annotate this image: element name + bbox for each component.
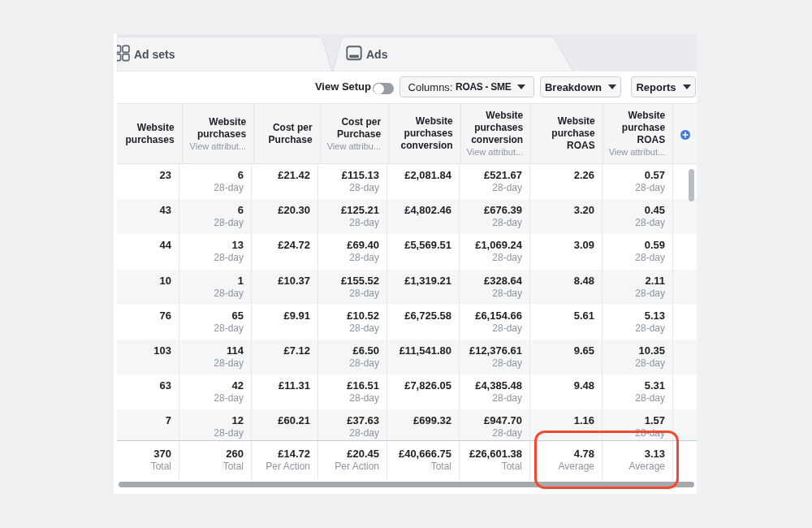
svg-text:Ad sets: Ad sets (134, 48, 175, 61)
svg-text:Ads: Ads (366, 48, 388, 61)
